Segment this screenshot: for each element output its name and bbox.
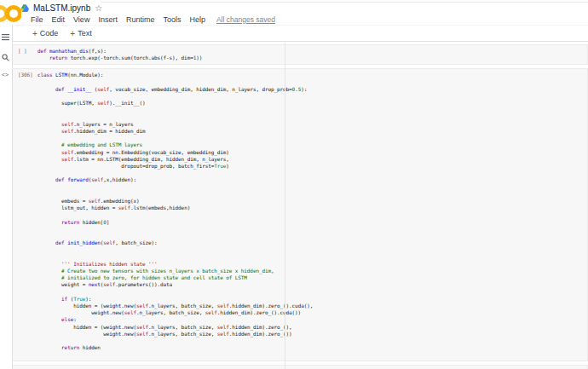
code-line [37, 211, 587, 218]
code-line [37, 170, 587, 176]
code-line: weight = next(self.parameters()).data [37, 281, 587, 288]
menu-help[interactable]: Help [189, 15, 205, 24]
code-line: embeds = self.embedding(x) [37, 198, 587, 205]
plus-icon: + [70, 30, 75, 37]
drive-file-icon [20, 4, 29, 12]
code-line [37, 135, 587, 141]
add-text-button[interactable]: + Text [70, 29, 91, 37]
code-line [37, 107, 587, 113]
notebook: [ ]def manhathan_dis(f,s): return torch.… [13, 41, 588, 369]
code-line: return torch.exp(-torch.sum(torch.abs(f-… [37, 55, 587, 61]
save-status-link[interactable]: All changes saved [216, 15, 275, 24]
code-line: def __init__ (self, vocab_size, embeddin… [37, 86, 587, 93]
code-line: return hidden[0] [37, 219, 587, 226]
code-line [37, 246, 587, 253]
plus-icon: + [32, 30, 37, 37]
code-line: self.hidden_dim = hidden_dim [37, 128, 587, 135]
header: MaLSTM.ipynb ☆ FileEditViewInsertRuntime… [0, 0, 588, 25]
code-line: self.n_layers = n_layers [37, 121, 587, 128]
cell-code-editor[interactable]: class MaLstm(nn.Module): [37, 366, 587, 369]
add-code-button[interactable]: + Code [32, 29, 58, 37]
cell-code-editor[interactable]: def manhathan_dis(f,s): return torch.exp… [37, 45, 587, 64]
menu-view[interactable]: View [73, 15, 89, 24]
code-line: else: [37, 316, 587, 323]
cell-exec-count[interactable]: [306] [13, 69, 37, 360]
code-line [37, 351, 587, 358]
code-line [37, 79, 587, 86]
code-line: # Create two new tensors with sizes n_la… [37, 268, 587, 274]
cell-exec-count[interactable]: [ ] [13, 45, 37, 64]
code-cell[interactable]: [ ]def manhathan_dis(f,s): return torch.… [13, 44, 588, 65]
code-cell[interactable]: [302]class MaLstm(nn.Module): [13, 365, 588, 369]
menu-edit[interactable]: Edit [52, 15, 66, 24]
code-line: ''' Initializes hidden state ''' [37, 261, 587, 268]
menu-tools[interactable]: Tools [163, 15, 181, 24]
menu-runtime[interactable]: Runtime [126, 15, 155, 24]
code-cell[interactable]: [306]class LSTM(nn.Module): def __init__… [13, 68, 588, 361]
cell-code-editor[interactable]: class LSTM(nn.Module): def __init__ (sel… [37, 69, 587, 360]
menu-file[interactable]: File [31, 15, 43, 24]
code-line: def init_hidden(self, batch_size): [37, 239, 587, 246]
code-line: hidden = (weight.new(self.n_layers, batc… [37, 303, 587, 309]
code-line: class LSTM(nn.Module): [37, 72, 587, 78]
code-line [37, 233, 587, 239]
cell-toolbar: + Code + Text [12, 25, 588, 42]
star-icon[interactable]: ☆ [95, 4, 102, 13]
code-snippets-icon[interactable]: <> [2, 72, 9, 78]
code-line: # initialized to zero, for hidden state … [37, 274, 587, 281]
code-line [37, 289, 587, 296]
code-line: dropout=drop_prob, batch_first=True) [37, 163, 587, 170]
notebook-title[interactable]: MaLSTM.ipynb [33, 3, 90, 13]
code-line [37, 337, 587, 344]
code-line: weight.new(self.n_layers, batch_size, se… [37, 331, 587, 337]
code-line [37, 191, 587, 198]
code-line [37, 254, 587, 261]
code-line: hidden = (weight.new(self.n_layers, batc… [37, 324, 587, 331]
add-text-label: Text [78, 29, 92, 37]
code-line [37, 93, 587, 100]
window-edge-line [101, 2, 588, 3]
menu-insert[interactable]: Insert [98, 15, 118, 24]
code-line: def forward(self,x,hidden): [37, 176, 587, 183]
code-line [37, 114, 587, 121]
code-line: return hidden [37, 344, 587, 351]
add-code-label: Code [40, 29, 59, 37]
code-line: def manhathan_dis(f,s): [37, 48, 587, 55]
colab-logo[interactable] [0, 3, 21, 28]
code-line: self.lstm = nn.LSTM(embedding_dim, hidde… [37, 156, 587, 163]
cell-exec-count[interactable]: [302] [13, 366, 37, 369]
code-line: lstm_out, hidden = self.lstm(embeds,hidd… [37, 205, 587, 211]
code-line [37, 226, 587, 233]
left-rail: <> [0, 25, 13, 369]
search-icon[interactable] [2, 49, 9, 65]
code-line: super(LSTM, self).__init__() [37, 100, 587, 107]
code-line: self.embedding = nn.Embedding(vocab_size… [37, 149, 587, 156]
table-of-contents-icon[interactable] [2, 29, 9, 44]
menu-bar: FileEditViewInsertRuntimeToolsHelp [31, 15, 205, 24]
code-line: weight.new(self.n_layers, batch_size, se… [37, 309, 587, 316]
code-line: # embedding and LSTM layers [37, 141, 587, 148]
code-line [37, 184, 587, 191]
code-line: if (True): [37, 296, 587, 303]
